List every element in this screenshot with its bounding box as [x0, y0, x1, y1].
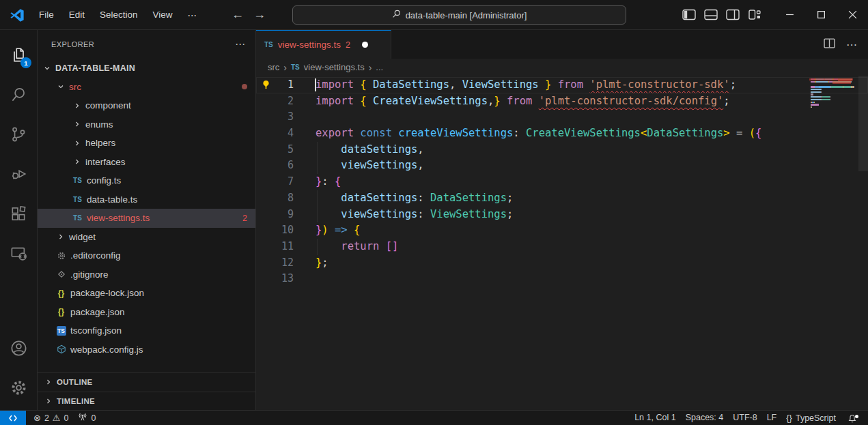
code-line-8[interactable]: 8 dataSettings: DataSettings;	[256, 190, 868, 207]
code-line-11[interactable]: 11 return []	[256, 239, 868, 255]
chevron-right-icon	[43, 396, 54, 407]
minimap[interactable]	[811, 78, 857, 112]
forward-arrow-icon[interactable]: →	[253, 8, 266, 22]
menu-[interactable]: ⋯	[180, 5, 205, 25]
explorer-more-actions-icon[interactable]: ⋯	[235, 38, 246, 50]
code-line-9[interactable]: 9 viewSettings: ViewSettings;	[256, 207, 868, 223]
line-number: 12	[281, 255, 294, 272]
warning-icon: ⚠	[53, 413, 61, 423]
status-utf-8[interactable]: UTF-8	[728, 413, 761, 422]
explorer-icon[interactable]: 1	[2, 38, 35, 72]
chevron-right-icon: ›	[369, 62, 372, 73]
line-number: 10	[281, 222, 294, 239]
tree-item-package-lock-json[interactable]: {}package-lock.json	[38, 284, 255, 303]
sidebar-sections: OUTLINETIMELINE	[38, 372, 255, 410]
braces-file-icon: {}	[55, 289, 67, 298]
toggle-panel-icon[interactable]	[704, 9, 718, 20]
tree-item--gitignore[interactable]: .gitignore	[38, 265, 255, 284]
code-line-1[interactable]: 1import { DataSettings, ViewSettings } f…	[256, 77, 868, 93]
editor-group: TS view-settings.ts 2 ⋯ src › TS view-se…	[256, 30, 868, 410]
warning-count: 0	[64, 413, 69, 423]
menu-file[interactable]: File	[31, 5, 61, 25]
notifications-bell[interactable]	[841, 413, 864, 423]
code-line-5[interactable]: 5 dataSettings,	[256, 142, 868, 158]
tree-item--editorconfig[interactable]: .editorconfig	[38, 246, 255, 265]
menu-edit[interactable]: Edit	[61, 5, 92, 25]
line-number: 13	[281, 271, 294, 287]
breadcrumb-symbol[interactable]: ...	[376, 62, 383, 72]
tree-item-view-settings-ts[interactable]: TSview-settings.ts2	[38, 209, 255, 228]
tree-item-interfaces[interactable]: interfaces	[38, 153, 255, 172]
menu-view[interactable]: View	[145, 5, 180, 25]
radio-tower-icon	[78, 412, 87, 424]
sidebar-section-timeline[interactable]: TIMELINE	[38, 392, 255, 411]
cube-file-icon	[55, 345, 67, 354]
code-line-2[interactable]: 2import { CreateViewSettings,} from 'plm…	[256, 93, 868, 110]
title-bar: FileEditSelectionView⋯ ← → data-table-ma…	[0, 0, 868, 30]
sidebar-section-outline[interactable]: OUTLINE	[38, 372, 255, 392]
code-line-3[interactable]: 3	[256, 109, 868, 126]
accounts-icon[interactable]	[2, 331, 35, 365]
code-editor[interactable]: 1import { DataSettings, ViewSettings } f…	[256, 76, 868, 410]
chevron-right-icon	[55, 231, 66, 242]
modified-dot-icon[interactable]	[362, 42, 368, 48]
tree-item-webpack-config-js[interactable]: webpack.config.js	[38, 340, 255, 360]
line-number: 1	[288, 77, 294, 93]
maximize-button[interactable]	[805, 0, 837, 30]
status-ln-1-col-1[interactable]: Ln 1, Col 1	[630, 413, 680, 422]
extensions-icon[interactable]	[2, 196, 35, 231]
close-button[interactable]	[837, 0, 868, 30]
menu-selection[interactable]: Selection	[92, 5, 145, 25]
editor-more-actions-icon[interactable]: ⋯	[846, 38, 857, 51]
code-line-7[interactable]: 7}: {	[256, 174, 868, 190]
tree-item-data-table-main[interactable]: DATA-TABLE-MAIN	[38, 59, 255, 78]
customize-layout-icon[interactable]	[748, 9, 761, 20]
code-line-10[interactable]: 10}) => {	[256, 222, 868, 239]
search-sidebar-icon[interactable]	[2, 78, 35, 112]
split-editor-icon[interactable]	[824, 38, 835, 51]
tree-item-helpers[interactable]: helpers	[38, 134, 255, 153]
source-control-icon[interactable]	[2, 117, 35, 151]
back-arrow-icon[interactable]: ←	[232, 8, 244, 22]
tree-item-widget[interactable]: widget	[38, 228, 255, 247]
tree-item-package-json[interactable]: {}package.json	[38, 303, 255, 322]
code-line-4[interactable]: 4export const createViewSettings: Create…	[256, 126, 868, 142]
command-center-search[interactable]: data-table-main [Administrator]	[292, 5, 626, 25]
toggle-secondary-sidebar-icon[interactable]	[726, 9, 740, 20]
tree-item-data-table-ts[interactable]: TSdata-table.ts	[38, 190, 255, 209]
braces-icon: {}	[786, 413, 792, 423]
tab-bar: TS view-settings.ts 2 ⋯	[256, 30, 868, 59]
code-line-13[interactable]: 13	[256, 271, 868, 287]
status-typescript[interactable]: {}TypeScript	[781, 413, 841, 423]
minimize-button[interactable]	[774, 0, 805, 30]
tab-problem-badge: 2	[346, 40, 350, 50]
problems-indicator[interactable]: ⊗ 2 ⚠ 0	[29, 413, 73, 423]
run-debug-icon[interactable]	[2, 157, 35, 191]
explorer-sidebar: EXPLORER ⋯ DATA-TABLE-MAINsrccomponenten…	[38, 30, 256, 410]
ts-file-icon: TS	[291, 63, 300, 71]
remote-indicator[interactable]	[0, 411, 26, 425]
ports-indicator[interactable]: 0	[73, 412, 100, 424]
tree-item-tsconfig-json[interactable]: TStsconfig.json	[38, 321, 255, 340]
problem-count-badge: 2	[242, 214, 247, 223]
toggle-primary-sidebar-icon[interactable]	[682, 9, 696, 20]
status-spaces-4[interactable]: Spaces: 4	[681, 413, 729, 422]
breadcrumb-src[interactable]: src	[268, 62, 279, 72]
vscode-logo-icon	[10, 8, 25, 23]
tab-view-settings[interactable]: TS view-settings.ts 2	[256, 30, 391, 59]
tree-item-src[interactable]: src	[38, 78, 255, 97]
tree-item-config-ts[interactable]: TSconfig.ts	[38, 171, 255, 190]
code-line-12[interactable]: 12};	[256, 255, 868, 272]
line-number: 5	[288, 142, 294, 158]
breadcrumb-file[interactable]: view-settings.ts	[304, 62, 365, 72]
settings-gear-icon[interactable]	[2, 370, 35, 405]
tree-item-enums[interactable]: enums	[38, 115, 255, 134]
line-number: 7	[288, 174, 294, 190]
line-number: 2	[288, 93, 294, 110]
chevron-right-icon	[43, 377, 54, 387]
editor-scrollbar[interactable]	[858, 76, 868, 410]
code-line-6[interactable]: 6 viewSettings,	[256, 158, 868, 174]
status-lf[interactable]: LF	[762, 413, 782, 422]
remote-explorer-icon[interactable]	[2, 236, 35, 270]
tree-item-component[interactable]: component	[38, 96, 255, 115]
